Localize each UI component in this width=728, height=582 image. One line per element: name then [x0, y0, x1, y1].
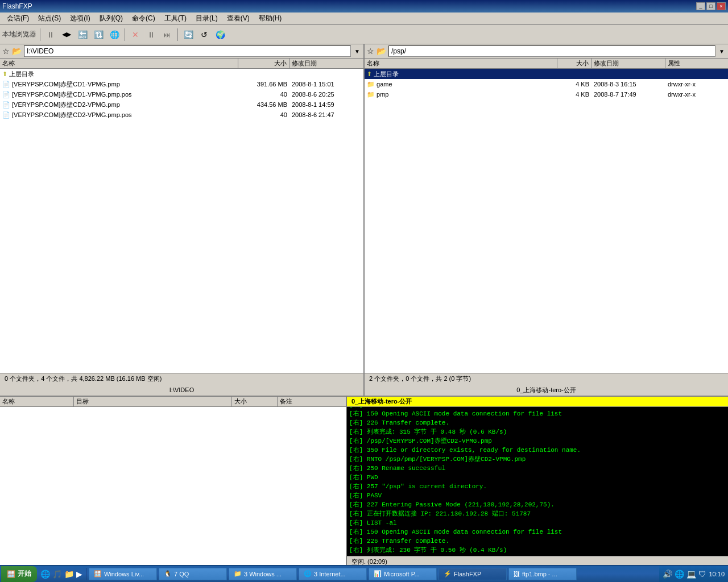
taskbar-item-microsoft[interactable]: 📊 Microsoft P...	[369, 568, 437, 580]
bottom-area: 名称 目标 大小 备注 0_上海移动-tero-公开 [右] 227 Enter…	[0, 397, 728, 567]
skip-btn[interactable]: ⏭	[160, 28, 174, 41]
pause-btn-2[interactable]: ⏸	[144, 28, 158, 41]
right-nav-icon[interactable]: 📂	[377, 47, 386, 56]
log-line: [右] 350 File or directory exists, ready …	[349, 446, 726, 454]
left-col-name[interactable]: 名称	[0, 59, 238, 68]
table-row[interactable]: ⬆ 上层目录	[365, 69, 728, 79]
tray-icon-1[interactable]: 🔊	[663, 569, 672, 579]
minimize-button[interactable]: _	[696, 2, 705, 10]
right-col-name[interactable]: 名称	[365, 59, 557, 68]
menu-item-i[interactable]: 选项(I)	[65, 13, 94, 24]
menu-item-l[interactable]: 目录(L)	[191, 13, 222, 24]
right-col-size[interactable]: 大小	[557, 59, 592, 68]
start-button[interactable]: 🪟 开始	[1, 566, 37, 582]
menu-item-t[interactable]: 工具(T)	[160, 13, 191, 24]
log-line: [右] 正在打开数据连接 IP: 221.130.192.28 端口: 5178…	[349, 509, 726, 518]
ql-ie-icon[interactable]: 🌐	[40, 569, 50, 579]
main-area: ☆ 📂 ▼ 名称 大小 修改日期 ⬆ 上层目录 📄 [VERYPSP.COM]赤…	[0, 44, 728, 397]
site-btn[interactable]: 🌍	[213, 28, 227, 41]
taskbar-items: 🪟 Windows Liv... 🐧 7 QQ 📁 3 Windows ... …	[86, 568, 659, 580]
log-line: [右] 257 "/psp" is current directory.	[349, 482, 726, 490]
system-tray: 🔊 🌐 💻 🛡 10:10	[659, 566, 728, 582]
maximize-button[interactable]: □	[706, 2, 715, 10]
right-address-input[interactable]	[388, 45, 715, 57]
table-row[interactable]: 📁 pmp 4 KB 2008-8-7 17:49 drwxr-xr-x	[365, 89, 728, 99]
log-line: [右] 150 Opening ASCII mode data connecti…	[349, 527, 726, 536]
right-address-bar: ☆ 📂 ▼	[365, 44, 728, 59]
left-col-date[interactable]: 修改日期	[289, 59, 363, 68]
log-line: [右] LIST -al	[349, 518, 726, 527]
taskbar-item-windows-live[interactable]: 🪟 Windows Liv...	[89, 568, 157, 580]
table-row[interactable]: 📄 [VERYPSP.COM]赤壁CD1-VPMG.pmp.pos 40 200…	[0, 89, 363, 99]
menu-item-h[interactable]: 帮助(H)	[254, 13, 287, 24]
refresh-btn-2[interactable]: ↺	[197, 28, 211, 41]
title-bar: FlashFXP _ □ ×	[0, 0, 728, 13]
log-line: [右] LIST -al	[349, 407, 726, 409]
table-row[interactable]: 📄 [VERYPSP.COM]赤壁CD1-VPMG.pmp 391.66 MB …	[0, 79, 363, 89]
right-address-dropdown[interactable]: ▼	[718, 48, 726, 55]
menu-item-c[interactable]: 命令(C)	[127, 13, 160, 24]
taskbar-item-ftp[interactable]: 🖼 ftp1.bmp - ...	[508, 568, 577, 580]
taskbar: 🪟 开始 🌐 🎵 📁 ▶ 🪟 Windows Liv... 🐧 7 QQ 📁 3…	[0, 565, 728, 582]
right-col-date[interactable]: 修改日期	[592, 59, 665, 68]
queue-col-note[interactable]: 备注	[278, 397, 346, 406]
queue-list	[0, 407, 346, 567]
ql-folder-icon[interactable]: 📁	[64, 569, 74, 579]
menu-item-q[interactable]: 队列(Q)	[95, 13, 127, 24]
ql-media-icon[interactable]: 🎵	[52, 569, 62, 579]
taskbar-item-qq[interactable]: 🐧 7 QQ	[159, 568, 227, 580]
menu-item-f[interactable]: 会话(F)	[2, 13, 34, 24]
log-line: [右] 226 Transfer complete.	[349, 537, 726, 545]
right-col-attr[interactable]: 属性	[665, 59, 728, 68]
left-status-bar: 0 个文件夹，4 个文件，共 4,826.22 MB (16.16 MB 空闲)	[0, 373, 363, 384]
ftp-icon: 🖼	[514, 571, 520, 577]
left-address-input[interactable]	[24, 45, 351, 57]
flashfxp-label: FlashFXP	[454, 571, 481, 577]
up-dir-label: 上层目录	[9, 70, 34, 77]
refresh-btn-1[interactable]: 🔄	[181, 28, 195, 41]
left-star-icon[interactable]: ☆	[2, 47, 10, 56]
right-star-icon[interactable]: ☆	[367, 47, 374, 56]
transfer-left-btn[interactable]: ◀▶	[60, 28, 73, 41]
table-row[interactable]: 📁 game 4 KB 2008-8-3 16:15 drwxr-xr-x	[365, 79, 728, 89]
left-path-bar: I:\VIDEO	[0, 384, 363, 396]
queue-col-target[interactable]: 目标	[74, 397, 232, 406]
log-line: [右] 150 Opening ASCII mode data connecti…	[349, 409, 726, 418]
queue-col-name[interactable]: 名称	[0, 397, 74, 406]
right-column-headers: 名称 大小 修改日期 属性	[365, 59, 728, 69]
taskbar-item-windows[interactable]: 📁 3 Windows ...	[229, 568, 297, 580]
left-nav-icon[interactable]: 📂	[12, 47, 22, 56]
ql-arrow-icon[interactable]: ▶	[76, 569, 82, 579]
nav-btn-1[interactable]: 🔙	[76, 28, 89, 41]
pause-btn[interactable]: ⏸	[44, 28, 57, 41]
left-address-bar: ☆ 📂 ▼	[0, 44, 363, 59]
windows-live-label: Windows Liv...	[104, 571, 144, 577]
nav-btn-2[interactable]: 🔃	[92, 28, 105, 41]
left-col-size[interactable]: 大小	[238, 59, 289, 68]
windows-icon: 📁	[234, 570, 242, 577]
right-status-text: 2 个文件夹，0 个文件，共 2 (0 字节)	[369, 375, 471, 383]
menu-item-v[interactable]: 查看(V)	[222, 13, 254, 24]
menu-item-s[interactable]: 站点(S)	[34, 13, 65, 24]
table-row[interactable]: 📄 [VERYPSP.COM]赤壁CD2-VPMG.pmp 434.56 MB …	[0, 99, 363, 110]
right-pane: ☆ 📂 ▼ 名称 大小 修改日期 属性 ⬆ 上层目录 📁 game 4 KB 2…	[365, 44, 728, 396]
close-button[interactable]: ×	[717, 2, 726, 10]
tray-icon-3[interactable]: 💻	[686, 569, 696, 579]
microsoft-label: Microsoft P...	[384, 571, 420, 577]
stop-btn[interactable]: ✕	[129, 28, 142, 41]
table-row[interactable]: 📄 [VERYPSP.COM]赤壁CD2-VPMG.pmp.pos 40 200…	[0, 110, 363, 120]
app-title: FlashFXP	[2, 2, 32, 10]
tray-icon-2[interactable]: 🌐	[675, 569, 684, 579]
left-pane: ☆ 📂 ▼ 名称 大小 修改日期 ⬆ 上层目录 📄 [VERYPSP.COM]赤…	[0, 44, 365, 396]
toolbar: 本地浏览器 ⏸ ◀▶ 🔙 🔃 🌐 ✕ ⏸ ⏭ 🔄 ↺ 🌍	[0, 25, 728, 44]
log-content[interactable]: [右] 227 Entering Passive Mode (221,130,1…	[347, 407, 728, 556]
queue-col-size[interactable]: 大小	[232, 397, 278, 406]
taskbar-item-flashfxp[interactable]: ⚡ FlashFXP	[439, 568, 507, 580]
tray-icon-4[interactable]: 🛡	[698, 569, 706, 579]
table-row[interactable]: ⬆ 上层目录	[0, 69, 363, 79]
taskbar-item-internet[interactable]: 🌐 3 Internet...	[299, 568, 367, 580]
window-controls: _ □ ×	[696, 2, 726, 10]
flashfxp-icon: ⚡	[444, 570, 452, 577]
left-address-dropdown[interactable]: ▼	[353, 48, 361, 55]
connect-btn[interactable]: 🌐	[107, 28, 121, 41]
